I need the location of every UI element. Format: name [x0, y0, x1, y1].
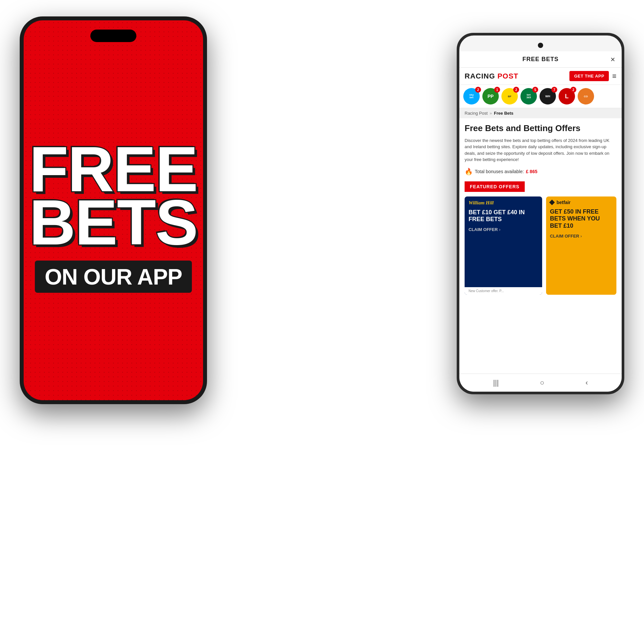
bookie-row: skybet 2 PP 1 BF 2 bet365 5 — [459, 85, 622, 108]
promo-line2: BETS — [29, 194, 197, 251]
whill-image — [465, 235, 542, 287]
bottom-nav: ||| ○ ‹ — [459, 374, 622, 392]
brand-post: POST — [497, 72, 518, 80]
bonus-label: Total bonuses available: — [475, 169, 524, 174]
breadcrumb-current: Free Bets — [494, 111, 513, 116]
whill-logo-bar: William Hill — [465, 196, 542, 208]
modal-header: FREE BETS × — [459, 51, 622, 68]
nav-home-icon[interactable]: ○ — [540, 379, 544, 387]
left-phone: FREE BETS ON OUR APP — [20, 16, 207, 404]
nav-back-icon[interactable]: ‹ — [586, 379, 588, 387]
breadcrumb: Racing Post » Free Bets — [459, 108, 622, 118]
close-icon[interactable]: × — [610, 55, 615, 64]
fire-icon: 🔥 — [465, 168, 473, 175]
nav-bar: RACING POST GET THE APP ≡ — [459, 68, 622, 85]
modal-title: FREE BETS — [522, 56, 559, 63]
betfair-logo-bar: betfair — [546, 196, 616, 207]
bonus-line: 🔥 Total bonuses available: £ 865 — [465, 168, 616, 175]
breadcrumb-separator: » — [490, 111, 492, 116]
camera-icon — [538, 43, 543, 48]
betfair-claim-text: CLAIM OFFER — [550, 234, 579, 239]
page-description: Discover the newest free bets and top be… — [465, 137, 616, 163]
betfair-logo: betfair — [557, 200, 571, 205]
promo-line3: ON OUR APP — [35, 261, 192, 293]
bookie-l[interactable]: L 2 — [559, 88, 575, 104]
bookie-bet365[interactable]: bet365 5 — [520, 88, 537, 104]
whill-offer-title: BET £10 GET £40 IN FREE BETS — [465, 208, 542, 224]
promo-text-container: FREE BETS ON OUR APP — [24, 134, 203, 299]
get-app-button[interactable]: GET THE APP — [569, 71, 609, 81]
williamhill-logo: William Hill — [469, 200, 494, 205]
whill-claim-bar[interactable]: CLAIM OFFER › — [465, 224, 542, 235]
offer-card-williamhill[interactable]: William Hill BET £10 GET £40 IN FREE BET… — [465, 196, 542, 295]
featured-header: FEATURED OFFERS — [465, 181, 525, 192]
betfair-offer-title: GET £50 IN FREE BETS WHEN YOU BET £10 — [546, 207, 616, 231]
right-phone: FREE BETS × RACING POST GET THE APP ≡ — [457, 33, 624, 394]
betfair-chevron-icon: › — [581, 234, 582, 239]
page-heading: Free Bets and Betting Offers — [465, 124, 616, 133]
bookie-betfair[interactable]: BF 2 — [501, 88, 518, 104]
whill-claim-text: CLAIM OFFER — [469, 227, 498, 232]
phone-content: FREE BETS × RACING POST GET THE APP ≡ — [459, 51, 622, 392]
bookie-williamhill[interactable]: WH 7 — [540, 88, 556, 104]
bookie-coral[interactable]: CO — [578, 88, 594, 104]
right-phone-screen: FREE BETS × RACING POST GET THE APP ≡ — [459, 35, 622, 392]
nav-right: GET THE APP ≡ — [569, 71, 616, 81]
bookie-paddypower[interactable]: PP 1 — [482, 88, 499, 104]
whill-footer: New Customer offer. P... — [465, 287, 542, 295]
offer-card-betfair[interactable]: betfair GET £50 IN FREE BETS WHEN YOU BE… — [546, 196, 616, 295]
hamburger-icon[interactable]: ≡ — [612, 72, 616, 81]
brand-logo[interactable]: RACING POST — [465, 72, 518, 81]
scene: FREE BETS ON OUR APP FREE BETS × RACING … — [0, 0, 644, 644]
main-content: Free Bets and Betting Offers Discover th… — [459, 118, 622, 374]
whill-chevron-icon: › — [499, 227, 500, 232]
nav-lines-icon[interactable]: ||| — [493, 379, 499, 387]
offers-row: William Hill BET £10 GET £40 IN FREE BET… — [465, 196, 616, 295]
dynamic-island — [90, 30, 136, 42]
left-phone-screen: FREE BETS ON OUR APP — [24, 20, 203, 400]
betfair-diamond-icon — [549, 199, 555, 205]
bookie-skybet[interactable]: skybet 2 — [463, 88, 480, 104]
bonus-amount: £ 865 — [526, 169, 537, 174]
betfair-image — [546, 241, 616, 295]
betfair-claim-bar[interactable]: CLAIM OFFER › — [546, 231, 616, 241]
breadcrumb-link[interactable]: Racing Post — [465, 111, 488, 116]
